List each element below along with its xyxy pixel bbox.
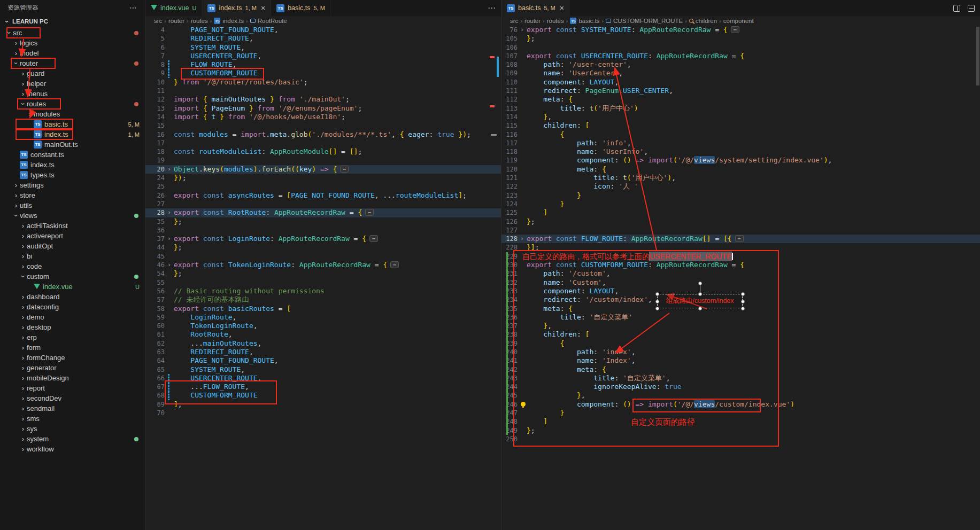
tree-folder-secondDev[interactable]: ›secondDev bbox=[0, 393, 145, 403]
tree-folder-guard[interactable]: ›guard bbox=[0, 68, 145, 79]
tab-index.ts[interactable]: TSindex.ts1, M× bbox=[202, 0, 271, 16]
tree-file-constant.ts[interactable]: ›TSconstant.ts bbox=[0, 150, 145, 160]
tree-folder-logics[interactable]: ›logics bbox=[0, 38, 145, 48]
tree-folder-mobileDesign[interactable]: ›mobileDesign bbox=[0, 373, 145, 383]
code-editor-index-ts[interactable]: 4 PAGE_NOT_FOUND_ROUTE,5 REDIRECT_ROUTE,… bbox=[145, 26, 501, 530]
tree-folder-dashboard[interactable]: ›dashboard bbox=[0, 292, 145, 302]
fold-spacer bbox=[165, 409, 174, 417]
code-line-107: 107export const USERCENTER_ROUTE: AppRou… bbox=[501, 52, 980, 60]
tree-item-label: sys bbox=[27, 425, 37, 433]
fold-chevron-icon[interactable]: › bbox=[165, 261, 174, 269]
tree-file-index.ts[interactable]: ›TSindex.ts bbox=[0, 160, 145, 170]
breadcrumb-item[interactable]: router bbox=[524, 18, 541, 24]
tree-folder-erp[interactable]: ›erp bbox=[0, 332, 145, 342]
tree-folder-helper[interactable]: ›helper bbox=[0, 79, 145, 89]
breadcrumb-item[interactable]: src bbox=[154, 18, 162, 24]
breadcrumb-right[interactable]: src›router›routes›TSbasic.ts›CUSTOMFORM_… bbox=[501, 16, 980, 26]
folded-region-ellipsis[interactable]: ⋯ bbox=[731, 26, 739, 33]
tree-folder-sys[interactable]: ›sys bbox=[0, 424, 145, 434]
fold-spacer bbox=[518, 34, 527, 43]
tree-folder-utils[interactable]: ›utils bbox=[0, 200, 145, 211]
folded-region-ellipsis[interactable]: ⋯ bbox=[340, 166, 349, 173]
tree-folder-dataconfig[interactable]: ›dataconfig bbox=[0, 302, 145, 312]
tree-folder-menus[interactable]: ›menus bbox=[0, 89, 145, 99]
tree-file-types.ts[interactable]: ›TStypes.ts bbox=[0, 170, 145, 180]
tree-folder-router[interactable]: ›router bbox=[0, 58, 145, 68]
breadcrumb-item[interactable]: routes bbox=[547, 18, 564, 24]
folded-region-ellipsis[interactable]: ⋯ bbox=[390, 261, 399, 268]
tree-file-basic.ts[interactable]: ›TSbasic.ts5, M bbox=[0, 119, 145, 129]
tree-folder-store[interactable]: ›store bbox=[0, 190, 145, 200]
editor-more-actions-icon[interactable]: ⋯ bbox=[488, 3, 496, 13]
tree-file-index.ts[interactable]: ›TSindex.ts1, M bbox=[0, 129, 145, 139]
editor-layout-icon[interactable] bbox=[968, 5, 975, 12]
tree-folder-formChange[interactable]: ›formChange bbox=[0, 353, 145, 363]
split-editor-icon[interactable] bbox=[953, 5, 960, 12]
breadcrumb-item[interactable]: routes bbox=[191, 18, 208, 24]
breadcrumb-middle[interactable]: src›router›routes›TSindex.ts›RootRoute bbox=[145, 16, 501, 26]
tree-file-index.vue[interactable]: ›index.vueU bbox=[0, 282, 145, 292]
fold-chevron-icon[interactable]: › bbox=[165, 208, 174, 217]
code-text: export const LoginRoute: AppRouteRecordR… bbox=[174, 235, 378, 243]
folded-region-ellipsis[interactable]: ⋯ bbox=[365, 209, 374, 216]
breadcrumb-item[interactable]: children bbox=[696, 18, 717, 24]
tree-folder-actHiTaskinst[interactable]: ›actHiTaskinst bbox=[0, 221, 145, 231]
tree-item-label: store bbox=[20, 191, 35, 199]
tree-folder-src[interactable]: ›src bbox=[0, 28, 145, 38]
close-icon[interactable]: × bbox=[560, 4, 564, 12]
git-gutter-add bbox=[506, 330, 508, 339]
breadcrumb-item[interactable]: CUSTOMFORM_ROUTE bbox=[613, 18, 683, 24]
tree-folder-report[interactable]: ›report bbox=[0, 383, 145, 393]
git-gutter-add bbox=[506, 365, 508, 374]
tree-folder-code[interactable]: ›code bbox=[0, 261, 145, 271]
tree-file-mainOut.ts[interactable]: ›TSmainOut.ts bbox=[0, 139, 145, 150]
tree-folder-demo[interactable]: ›demo bbox=[0, 312, 145, 322]
folded-region-ellipsis[interactable]: ⋯ bbox=[369, 235, 378, 242]
code-line-241: 241 name: 'Index', bbox=[501, 356, 980, 365]
fold-chevron-icon[interactable]: › bbox=[518, 26, 527, 34]
code-text: export const TokenLoginRoute: AppRouteRe… bbox=[174, 261, 399, 269]
tree-folder-generator[interactable]: ›generator bbox=[0, 363, 145, 373]
fold-chevron-icon[interactable]: › bbox=[165, 235, 174, 243]
line-number: 16 bbox=[145, 130, 165, 139]
tree-folder-settings[interactable]: ›settings bbox=[0, 180, 145, 190]
tab-index.vue[interactable]: index.vueU bbox=[145, 0, 202, 16]
tree-item-label: mobileDesign bbox=[27, 374, 69, 382]
breadcrumb-item[interactable]: basic.ts bbox=[578, 18, 599, 24]
tree-folder-workflow[interactable]: ›workflow bbox=[0, 444, 145, 454]
tree-folder-routes[interactable]: ›routes bbox=[0, 99, 145, 109]
tree-folder-modules[interactable]: ›modules bbox=[0, 109, 145, 119]
tree-folder-bi[interactable]: ›bi bbox=[0, 251, 145, 261]
tree-folder-desktop[interactable]: ›desktop bbox=[0, 322, 145, 332]
tree-folder-custom[interactable]: ›custom bbox=[0, 271, 145, 282]
line-number: 108 bbox=[501, 60, 518, 69]
tree-folder-sendmail[interactable]: ›sendmail bbox=[0, 403, 145, 414]
breadcrumb-item[interactable]: component bbox=[723, 18, 754, 24]
tree-folder-system[interactable]: ›system bbox=[0, 434, 145, 444]
tree-folder-sms[interactable]: ›sms bbox=[0, 414, 145, 424]
tree-folder-auditOpt[interactable]: ›auditOpt bbox=[0, 241, 145, 251]
workspace-section-header[interactable]: › LEARUN PC bbox=[0, 15, 145, 28]
tree-item-label: sendmail bbox=[27, 404, 55, 412]
folded-region-ellipsis[interactable]: ⋯ bbox=[735, 235, 744, 242]
code-editor-basic-ts[interactable]: 76›export const SYSTEM_ROUTE: AppRouteRe… bbox=[501, 26, 980, 530]
breadcrumb-item[interactable]: router bbox=[168, 18, 184, 24]
explorer-more-actions-icon[interactable]: ⋯ bbox=[129, 3, 137, 12]
code-text: }; bbox=[527, 34, 535, 43]
tree-folder-views[interactable]: ›views bbox=[0, 211, 145, 221]
close-icon[interactable]: × bbox=[261, 4, 265, 12]
breadcrumb-item[interactable]: RootRoute bbox=[258, 18, 287, 24]
fold-spacer bbox=[165, 104, 174, 113]
tree-folder-form[interactable]: ›form bbox=[0, 342, 145, 353]
tab-basic.ts[interactable]: TSbasic.ts5, M× bbox=[501, 0, 570, 16]
breadcrumb-item[interactable]: src bbox=[510, 18, 518, 24]
fold-chevron-icon[interactable]: › bbox=[518, 235, 527, 243]
code-text: { bbox=[527, 130, 564, 139]
fold-chevron-icon[interactable]: › bbox=[165, 165, 174, 174]
tab-basic.ts[interactable]: TSbasic.ts5, M bbox=[271, 0, 331, 16]
breadcrumb-item[interactable]: index.ts bbox=[222, 18, 244, 24]
tree-folder-model[interactable]: ›model bbox=[0, 48, 145, 58]
tree-folder-activereport[interactable]: ›activereport bbox=[0, 231, 145, 241]
code-text: CUSTOMFORM_ROUTE bbox=[174, 391, 258, 400]
lightbulb-icon[interactable] bbox=[521, 402, 526, 407]
